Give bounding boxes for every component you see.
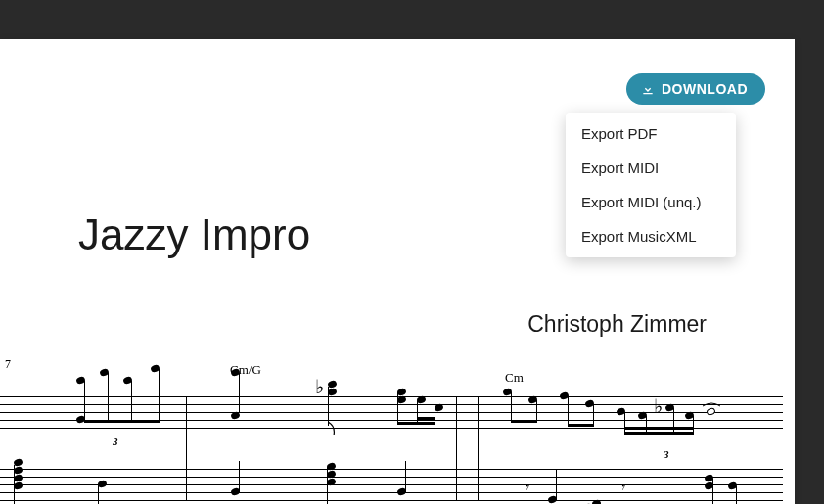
download-button[interactable]: DOWNLOAD <box>626 73 765 105</box>
chord-symbol: Cm <box>505 370 524 386</box>
download-label: DOWNLOAD <box>662 81 748 97</box>
download-menu: Export PDF Export MIDI Export MIDI (unq.… <box>566 113 736 257</box>
barline <box>478 396 479 500</box>
barline <box>456 396 457 500</box>
ledger-line <box>229 389 243 389</box>
score-title: Jazzy Impro <box>78 210 310 259</box>
score-composer: Christoph Zimmer <box>527 311 707 338</box>
staff-lower <box>0 469 783 500</box>
ledger-line <box>121 389 135 389</box>
page-number: 7 <box>5 357 11 372</box>
menu-export-musicxml[interactable]: Export MusicXML <box>566 219 736 253</box>
menu-export-midi-unq[interactable]: Export MIDI (unq.) <box>566 185 736 219</box>
music-notation: ♭ ♭ <box>0 387 783 504</box>
ledger-line <box>74 389 88 389</box>
barline <box>186 396 187 500</box>
download-icon <box>640 81 656 97</box>
menu-export-pdf[interactable]: Export PDF <box>566 116 736 151</box>
ledger-line <box>98 389 112 389</box>
flat-accidental: ♭ <box>654 394 663 418</box>
staff-upper <box>0 396 783 428</box>
menu-export-midi[interactable]: Export MIDI <box>566 151 736 185</box>
sheet-page: Jazzy Impro Christoph Zimmer 7 Cm/G Cm 3… <box>0 39 795 504</box>
flat-accidental: ♭ <box>315 375 324 398</box>
ledger-line <box>149 389 162 389</box>
